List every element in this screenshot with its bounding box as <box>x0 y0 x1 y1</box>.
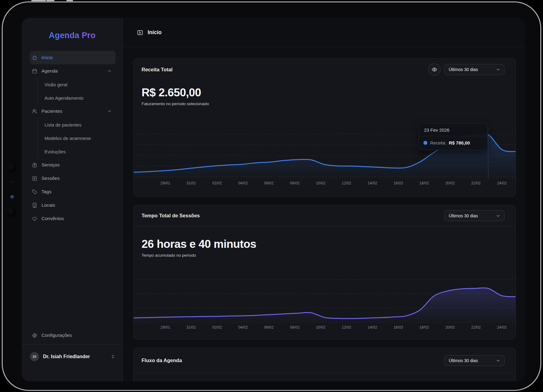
sidebar-item-locais[interactable]: Locais <box>30 198 116 212</box>
camera-lens-icon <box>6 207 16 217</box>
x-axis-label: 31/01 <box>185 181 198 188</box>
x-axis-labels: 29/0131/0102/0204/0206/0208/0210/0212/02… <box>134 180 516 188</box>
app-logo: Agenda Pro <box>22 18 123 50</box>
x-axis-label: 16/02 <box>392 325 405 332</box>
app-screen: Agenda Pro InícioAgendaVisão geralAuto A… <box>22 18 525 381</box>
x-axis-label: 02/02 <box>211 181 224 188</box>
tooltip-date: 23 Fev 2026 <box>419 123 487 136</box>
users-icon <box>32 109 38 114</box>
building-icon <box>32 202 38 208</box>
chevrons-up-down-icon <box>110 354 115 359</box>
page-title: Início <box>148 29 162 36</box>
tooltip-series-value: R$ 780,00 <box>449 140 470 145</box>
user-name: Dr. Isiah Friedlander <box>43 354 90 359</box>
date-range-select[interactable]: Últimos 30 dias <box>444 210 505 221</box>
chevron-down-icon <box>496 213 501 218</box>
file-icon <box>32 176 38 181</box>
x-axis-label: 10/02 <box>314 325 327 332</box>
bag-icon <box>32 162 38 168</box>
x-axis-label: 20/02 <box>444 181 456 188</box>
session-time-card-header: Tempo Total de Sessões Últimos 30 dias <box>134 205 516 226</box>
sidebar-item-sessoes[interactable]: Sessões <box>30 172 116 185</box>
x-axis-label: 08/02 <box>288 181 301 188</box>
sidebar-subitem-evolucoes[interactable]: Evoluções <box>38 145 123 158</box>
tooltip-series-label: Receita: <box>430 141 446 145</box>
x-axis-label: 14/02 <box>366 181 379 188</box>
camera-lens-icon <box>6 162 17 173</box>
sidebar-subitem-lista-de-pacientes[interactable]: Lista de pacientes <box>38 118 123 131</box>
x-axis-label: 24/02 <box>495 181 508 188</box>
x-axis-label: 24/02 <box>495 325 508 332</box>
camera-sensor-icon <box>10 195 14 199</box>
session-time-line-chart <box>134 273 516 324</box>
agenda-flow-card-header: Fluxo da Agenda Últimos 30 dias <box>134 348 516 373</box>
x-axis-label: 18/02 <box>418 181 430 188</box>
sidebar-subnav-pacientes: Lista de pacientesModelos de anamneseEvo… <box>38 118 123 158</box>
revenue-card-header: Receita Total Últimos 30 dias <box>134 59 516 80</box>
session-time-card: Tempo Total de Sessões Últimos 30 dias <box>133 205 516 340</box>
x-axis-label: 10/02 <box>314 181 327 188</box>
camera-dot-icon <box>11 181 13 183</box>
x-axis-label: 14/02 <box>366 325 379 332</box>
visibility-toggle-button[interactable] <box>428 63 441 76</box>
home-icon <box>32 55 38 61</box>
sidebar-item-label: Configurações <box>41 333 72 338</box>
card-title: Receita Total <box>142 67 172 73</box>
revenue-chart[interactable]: 23 Fev 2026 Receita: R$ 780,00 <box>134 127 516 180</box>
main-area: Início Receita Total <box>123 18 525 381</box>
agenda-flow-body <box>134 373 516 381</box>
sidebar-item-pacientes[interactable]: Pacientes <box>30 105 116 118</box>
x-axis-label: 29/01 <box>159 181 172 188</box>
session-time-chart[interactable] <box>134 273 516 324</box>
x-axis-label: 22/02 <box>469 325 482 332</box>
x-axis-label: 06/02 <box>262 325 275 332</box>
revenue-total-value: R$ 2.650,00 <box>134 86 516 99</box>
revenue-subtitle: Faturamento no período selecionado <box>134 101 516 107</box>
sidebar-item-agenda[interactable]: Agenda <box>30 64 116 78</box>
agenda-flow-card: Fluxo da Agenda Últimos 30 dias <box>133 348 516 381</box>
sidebar-subitem-auto-agendamento[interactable]: Auto Agendamento <box>38 91 123 105</box>
chevron-down-icon <box>496 358 501 363</box>
app-logo-text: Agenda Pro <box>49 31 96 40</box>
x-axis-label: 04/02 <box>237 181 250 188</box>
series-dot-icon <box>423 141 427 145</box>
x-axis-label: 20/02 <box>444 325 456 332</box>
tablet-frame: Agenda Pro InícioAgendaVisão geralAuto A… <box>2 2 541 391</box>
x-axis-label: 18/02 <box>418 325 430 332</box>
calendar-icon <box>32 68 38 74</box>
sidebar-item-configuracoes[interactable]: Configurações <box>30 329 116 342</box>
date-range-value: Últimos 30 dias <box>449 67 478 72</box>
sidebar-item-label: Pacientes <box>41 109 62 114</box>
chevron-up-icon <box>107 69 112 73</box>
user-menu[interactable]: DI Dr. Isiah Friedlander <box>22 347 123 366</box>
sidebar-item-convenios[interactable]: Convênios <box>30 212 116 225</box>
chart-crosshair <box>488 128 488 179</box>
sidebar-spacer <box>22 225 123 329</box>
date-range-select[interactable]: Últimos 30 dias <box>444 64 505 75</box>
sidebar-item-label: Convênios <box>41 216 64 221</box>
x-axis-label: 04/02 <box>237 325 250 332</box>
session-time-subtitle: Tempo acumulado no período <box>134 253 516 258</box>
content: Receita Total Últimos 30 dias <box>123 47 525 381</box>
sidebar-item-servicos[interactable]: Serviços <box>30 158 116 172</box>
sidebar-item-label: Agenda <box>41 68 58 74</box>
sidebar-item-label: Início <box>41 55 53 60</box>
x-axis-label: 06/02 <box>262 181 275 188</box>
eye-icon <box>431 66 437 73</box>
x-axis-label: 22/02 <box>469 181 482 188</box>
sidebar-bottom: Configurações DI Dr. Isiah Friedlander <box>22 329 123 381</box>
x-axis-label: 08/02 <box>288 325 301 332</box>
sidebar-subitem-modelos-de-anamnese[interactable]: Modelos de anamnese <box>38 131 123 145</box>
chart-tooltip: 23 Fev 2026 Receita: R$ 780,00 <box>418 123 488 150</box>
date-range-select[interactable]: Últimos 30 dias <box>444 355 505 366</box>
sidebar-subitem-visao-geral[interactable]: Visão geral <box>38 78 123 91</box>
x-axis-label: 16/02 <box>392 181 405 188</box>
card-title: Fluxo da Agenda <box>142 358 182 363</box>
sidebar-item-tags[interactable]: Tags <box>30 185 116 198</box>
sidebar-item-inicio[interactable]: Início <box>30 51 116 64</box>
x-axis-label: 29/01 <box>159 325 172 332</box>
sidebar-item-label: Tags <box>41 189 52 194</box>
sidebar-collapse-icon[interactable] <box>137 29 143 36</box>
sidebar-subnav-agenda: Visão geralAuto Agendamento <box>38 78 123 105</box>
card-title: Tempo Total de Sessões <box>142 213 200 219</box>
